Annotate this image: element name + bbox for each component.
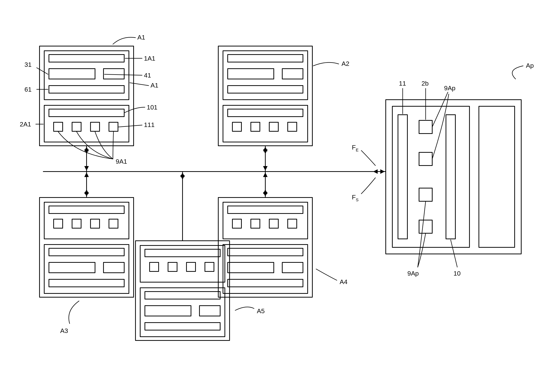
label-9ap-bottom: 9Ap: [407, 270, 419, 277]
svg-rect-53: [269, 219, 278, 228]
svg-rect-68: [479, 106, 515, 247]
svg-line-97: [119, 125, 142, 127]
label-fe: FE: [352, 144, 358, 152]
svg-rect-5: [49, 86, 124, 93]
svg-rect-30: [109, 219, 118, 228]
svg-rect-49: [223, 202, 308, 239]
label-61: 61: [24, 86, 32, 93]
svg-rect-66: [419, 188, 432, 201]
svg-rect-15: [228, 69, 274, 79]
svg-rect-17: [228, 86, 303, 93]
svg-rect-45: [145, 306, 191, 316]
label-41: 41: [144, 72, 151, 79]
svg-rect-64: [419, 120, 432, 134]
svg-rect-35: [49, 279, 124, 287]
unit-ap: [386, 100, 521, 254]
svg-rect-33: [49, 262, 95, 273]
svg-rect-63: [446, 115, 455, 239]
svg-rect-16: [282, 69, 303, 79]
svg-marker-80: [84, 189, 89, 194]
unit-a5: [136, 241, 230, 340]
svg-rect-65: [419, 152, 432, 166]
svg-line-100: [451, 240, 457, 267]
svg-rect-59: [228, 279, 303, 287]
svg-rect-32: [49, 248, 124, 256]
svg-marker-82: [263, 149, 267, 154]
svg-rect-11: [109, 122, 118, 131]
svg-rect-26: [49, 206, 124, 214]
svg-rect-1: [44, 51, 129, 100]
svg-marker-84: [263, 172, 267, 177]
svg-rect-41: [186, 262, 196, 271]
svg-rect-60: [386, 100, 521, 254]
svg-rect-56: [228, 248, 303, 256]
svg-rect-18: [223, 105, 308, 142]
svg-rect-27: [54, 219, 63, 228]
label-11: 11: [399, 80, 406, 87]
svg-rect-3: [49, 69, 95, 79]
svg-rect-19: [228, 109, 303, 117]
svg-rect-25: [44, 202, 129, 239]
svg-rect-38: [145, 249, 220, 257]
label-a5: A5: [257, 307, 265, 315]
svg-line-92: [37, 68, 48, 74]
svg-marker-83: [263, 166, 267, 171]
svg-rect-31: [44, 244, 129, 293]
label-ap: Ap: [526, 62, 534, 69]
svg-rect-42: [205, 262, 214, 271]
svg-marker-78: [84, 172, 89, 177]
svg-marker-86: [263, 189, 267, 194]
unit-a4: [218, 197, 312, 297]
svg-rect-62: [398, 115, 407, 239]
svg-rect-37: [140, 245, 225, 282]
svg-rect-50: [228, 206, 303, 214]
unit-a2: [218, 46, 312, 146]
label-a3: A3: [60, 327, 68, 334]
svg-rect-7: [49, 109, 124, 117]
svg-rect-14: [228, 54, 303, 62]
svg-rect-21: [251, 122, 260, 131]
label-a1-side: A1: [150, 82, 158, 89]
label-9ap-top: 9Ap: [444, 84, 456, 92]
svg-rect-61: [392, 106, 470, 247]
label-1a1: 1A1: [144, 55, 155, 62]
svg-rect-8: [54, 122, 63, 131]
svg-rect-47: [145, 323, 220, 330]
label-a4: A4: [340, 278, 348, 285]
svg-rect-2: [49, 54, 124, 62]
svg-rect-40: [168, 262, 177, 271]
svg-rect-36: [136, 241, 230, 340]
svg-rect-39: [150, 262, 159, 271]
svg-rect-44: [145, 291, 220, 299]
label-a2: A2: [342, 60, 349, 67]
svg-marker-88: [180, 175, 185, 180]
svg-rect-43: [140, 288, 225, 337]
svg-rect-58: [282, 262, 303, 273]
label-111: 111: [144, 121, 155, 128]
label-9a1: 9A1: [116, 158, 127, 165]
svg-marker-77: [84, 166, 89, 171]
svg-rect-67: [419, 220, 432, 233]
svg-rect-10: [90, 122, 100, 131]
svg-rect-23: [288, 122, 297, 131]
svg-rect-28: [72, 219, 81, 228]
label-10: 10: [453, 270, 461, 277]
svg-rect-57: [228, 262, 274, 273]
svg-rect-29: [90, 219, 100, 228]
diagram: A1 1A1 31 41 61 A1 101 2A1 111 9A1 A2: [0, 0, 547, 392]
svg-line-93: [104, 74, 142, 75]
svg-line-95: [130, 83, 149, 86]
svg-marker-89: [380, 169, 385, 174]
label-31: 31: [24, 61, 32, 68]
label-fs: FS: [352, 194, 358, 202]
label-2a1: 2A1: [20, 121, 31, 128]
svg-rect-6: [44, 105, 129, 142]
svg-rect-24: [40, 197, 134, 297]
svg-rect-52: [251, 219, 260, 228]
label-a1-top: A1: [137, 34, 145, 41]
svg-rect-48: [218, 197, 312, 297]
svg-rect-55: [223, 244, 308, 293]
svg-rect-9: [72, 122, 81, 131]
svg-rect-34: [103, 262, 124, 273]
svg-rect-54: [288, 219, 297, 228]
